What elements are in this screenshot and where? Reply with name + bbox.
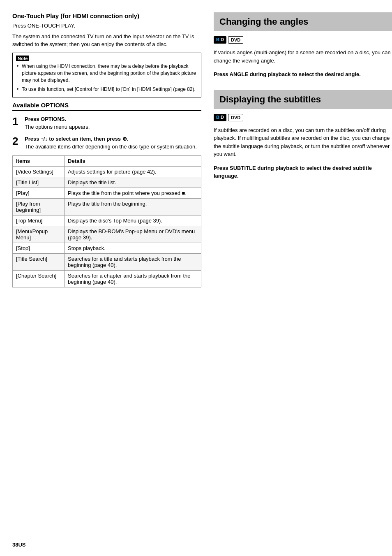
changing-angles-title: Changing the angles — [219, 16, 390, 27]
note-item-2: To use this function, set [Control for H… — [16, 86, 198, 93]
table-cell-item: [Stop] — [13, 243, 65, 254]
table-cell-detail: Plays the title from the point where you… — [65, 188, 201, 199]
step-2: 2 Press ↑/↓ to select an item, then pres… — [12, 136, 201, 151]
table-cell-item: [Title Search] — [13, 254, 65, 271]
table-cell-item: [Play from beginning] — [13, 199, 65, 215]
table-cell-item: [Title List] — [13, 177, 65, 188]
table-cell-detail: Displays the title list. — [65, 177, 201, 188]
left-column: One-Touch Play (for HDMI connection only… — [12, 12, 210, 544]
table-cell-detail: Displays the BD-ROM's Pop-up Menu or DVD… — [65, 226, 201, 243]
subtitles-badges: B D DVD — [214, 114, 392, 121]
subtitles-dvd-badge: DVD — [228, 114, 243, 121]
table-row: [Video Settings]Adjusts settings for pic… — [13, 167, 201, 177]
step-2-sub: The available items differ depending on … — [25, 143, 201, 151]
table-cell-detail: Searches for a title and starts playback… — [65, 254, 201, 271]
table-col2-header: Details — [65, 156, 201, 167]
changing-angles-section: Changing the angles B D DVD If various a… — [214, 12, 392, 79]
subtitles-bd-badge: B D — [214, 114, 226, 121]
subtitles-section: Displaying the subtitles B D DVD If subt… — [214, 90, 392, 180]
table-col1-header: Items — [13, 156, 65, 167]
note-item-1: When using the HDMI connection, there ma… — [16, 63, 198, 84]
table-row: [Chapter Search]Searches for a chapter a… — [13, 271, 201, 287]
step-1-bold: Press OPTIONS. — [25, 116, 201, 122]
intro-desc: The system and the connected TV turn on … — [12, 32, 201, 49]
page-number: 38US — [12, 542, 26, 548]
step-2-bold: Press ↑/↓ to select an item, then press … — [25, 136, 201, 142]
step-2-number: 2 — [12, 136, 22, 146]
table-cell-detail: Displays the disc's Top Menu (page 39). — [65, 215, 201, 226]
step-1-content: Press OPTIONS. The options menu appears. — [25, 116, 201, 131]
table-cell-item: [Chapter Search] — [13, 271, 65, 287]
step-1-number: 1 — [12, 116, 22, 127]
right-column: Changing the angles B D DVD If various a… — [210, 12, 392, 544]
note-list: When using the HDMI connection, there ma… — [16, 63, 198, 93]
table-cell-item: [Video Settings] — [13, 167, 65, 177]
step-1: 1 Press OPTIONS. The options menu appear… — [12, 116, 201, 131]
table-cell-item: [Top Menu] — [13, 215, 65, 226]
intro-text: Press ONE-TOUCH PLAY. — [12, 22, 201, 30]
note-box: Note When using the HDMI connection, the… — [12, 53, 201, 98]
angles-badges: B D DVD — [214, 36, 392, 44]
step-1-sub: The options menu appears. — [25, 123, 201, 131]
table-cell-item: [Play] — [13, 188, 65, 199]
subtitles-instruction: Press SUBTITLE during playback to select… — [214, 164, 392, 180]
angles-body: If various angles (multi-angles) for a s… — [214, 49, 392, 65]
angles-instruction: Press ANGLE during playback to select th… — [214, 70, 392, 79]
table-row: [Stop]Stops playback. — [13, 243, 201, 254]
changing-angles-header: Changing the angles — [214, 12, 392, 31]
angles-bd-badge: B D — [214, 36, 226, 44]
step-2-content: Press ↑/↓ to select an item, then press … — [25, 136, 201, 151]
table-cell-detail: Searches for a chapter and starts playba… — [65, 271, 201, 287]
onetouchplay-title: One-Touch Play (for HDMI connection only… — [12, 12, 201, 19]
subtitles-header: Displaying the subtitles — [214, 90, 392, 109]
angles-dvd-badge: DVD — [228, 36, 243, 44]
table-row: [Title List]Displays the title list. — [13, 177, 201, 188]
table-cell-detail: Stops playback. — [65, 243, 201, 254]
subtitles-title: Displaying the subtitles — [219, 94, 390, 105]
table-row: [Play from beginning]Plays the title fro… — [13, 199, 201, 215]
table-cell-item: [Menu/Popup Menu] — [13, 226, 65, 243]
table-row: [Play]Plays the title from the point whe… — [13, 188, 201, 199]
table-row: [Menu/Popup Menu]Displays the BD-ROM's P… — [13, 226, 201, 243]
table-row: [Top Menu]Displays the disc's Top Menu (… — [13, 215, 201, 226]
table-cell-detail: Plays the title from the beginning. — [65, 199, 201, 215]
options-table: Items Details [Video Settings]Adjusts se… — [12, 155, 201, 287]
available-options-title: Available OPTIONS — [12, 102, 201, 111]
table-row: [Title Search]Searches for a title and s… — [13, 254, 201, 271]
note-label: Note — [16, 56, 29, 61]
table-cell-detail: Adjusts settings for picture (page 42). — [65, 167, 201, 177]
subtitles-body: If subtitles are recorded on a disc, you… — [214, 126, 392, 158]
